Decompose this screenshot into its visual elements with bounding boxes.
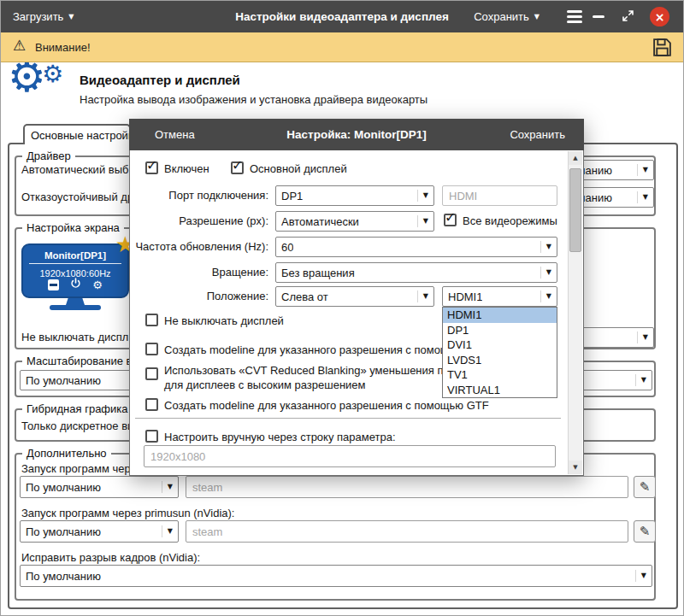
app-header: ⚙ ⚙ Видеоадаптер и дисплей Настройка выв… <box>1 62 683 112</box>
disable-display-icon[interactable] <box>48 279 59 290</box>
selected-value: 60 <box>281 241 293 254</box>
all-modes-checkbox[interactable]: ✓ <box>444 214 457 226</box>
selected-value: Автоматически <box>281 215 359 228</box>
hamburger-icon <box>567 10 582 23</box>
manual-mode-checkbox[interactable]: ✓ <box>145 430 158 443</box>
check-icon: ✓ <box>232 159 243 173</box>
scrollbar-thumb[interactable] <box>569 168 581 252</box>
chevron-down-icon: ▼ <box>637 191 648 203</box>
dropdown-option-hdmi1[interactable]: HDMI1 <box>443 308 557 323</box>
refresh-rate-select[interactable]: 60 ▼ <box>275 237 557 257</box>
position-target-select[interactable]: HDMI1 ▼ <box>442 286 557 307</box>
position-label: Положение: <box>132 290 268 302</box>
dialog-body: ✓ Включен ✓ Основной дисплей Порт подклю… <box>129 150 584 476</box>
modeline-gtf-label[interactable]: Создать modeline для указанного разрешен… <box>164 399 489 412</box>
dialog-scrollbar[interactable]: ▲ ▼ <box>568 151 582 474</box>
scroll-up-icon: ▲ <box>573 155 577 161</box>
all-modes-label[interactable]: Все видеорежимы <box>463 214 557 227</box>
scroll-up-button[interactable]: ▲ <box>569 151 582 165</box>
monitor-settings-dialog: Отмена Настройка: Monitor[DP1] Сохранить… <box>129 119 584 476</box>
chevron-down-icon: ▼ <box>540 241 551 253</box>
page-title: Видеоадаптер и дисплей <box>80 73 240 87</box>
chevron-down-icon: ▼ <box>637 164 648 176</box>
main-menu-button[interactable] <box>567 1 582 32</box>
primusrun-input[interactable] <box>186 520 628 543</box>
edit-run-programs-button[interactable]: ✎ <box>634 476 656 498</box>
refresh-rate-label: Частота обновления (Hz): <box>132 240 268 253</box>
warning-text: Внимание! <box>35 41 91 54</box>
chevron-down-icon: ▼ <box>637 331 648 343</box>
run-programs-select[interactable]: По умолчанию ▼ <box>20 476 179 498</box>
expand-button[interactable] <box>622 1 634 32</box>
fix-tearing-label: Исправить разрыв кадров (nVidia): <box>21 551 200 564</box>
floppy-icon <box>652 37 673 58</box>
keep-display-on-checkbox[interactable]: ✓ <box>145 314 158 326</box>
auto-driver-label: Автоматический выб <box>21 163 128 176</box>
position-target-dropdown-list: HDMI1DP1DVI1LVDS1TV1VIRTUAL1 <box>442 307 557 398</box>
warning-bar: ⚠ Внимание! <box>1 32 683 62</box>
minimize-button[interactable] <box>593 1 604 32</box>
enabled-label[interactable]: Включен <box>164 162 209 175</box>
chevron-down-icon: ▼ <box>635 570 646 582</box>
keep-display-on-label: Не выключать диспл <box>21 331 128 343</box>
port-select[interactable]: DP1 ▼ <box>275 185 434 206</box>
dropdown-option-dp1[interactable]: DP1 <box>443 323 557 338</box>
dropdown-option-tv1[interactable]: TV1 <box>443 367 557 383</box>
cvt-reduced-blanking-label-line1[interactable]: Использовать «CVT Reduced Blanking» умен… <box>164 364 456 377</box>
selected-value: Слева от <box>281 290 328 303</box>
scroll-down-button[interactable]: ▼ <box>569 461 582 474</box>
dialog-save-button[interactable]: Сохранить <box>510 119 565 150</box>
chevron-down-icon: ▼ <box>635 374 646 386</box>
monitor-base <box>50 305 101 310</box>
chevron-down-icon: ▼ <box>540 267 551 279</box>
run-programs-label: Запуск программ чер <box>21 462 131 475</box>
driver-group-legend: Драйвер <box>22 150 75 162</box>
dropdown-option-virtual1[interactable]: VIRTUAL1 <box>443 383 557 398</box>
resolution-select[interactable]: Автоматически ▼ <box>275 211 434 232</box>
dropdown-option-lvds1[interactable]: LVDS1 <box>443 353 557 368</box>
edit-primusrun-button[interactable]: ✎ <box>634 520 656 543</box>
port-alt-input[interactable] <box>442 185 557 206</box>
cvt-reduced-blanking-label-line2[interactable]: для дисплеев с высоким разрешением <box>164 378 366 391</box>
modeline-gtf-checkbox[interactable]: ✓ <box>145 398 158 411</box>
chevron-down-icon: ▼ <box>540 290 551 302</box>
enabled-checkbox[interactable]: ✓ <box>145 161 158 174</box>
close-icon: × <box>655 11 665 23</box>
manual-mode-label[interactable]: Настроить вручную через строку параметра… <box>164 431 396 443</box>
dropdown-option-dvi1[interactable]: DVI1 <box>443 337 557 353</box>
chevron-down-icon: ▼ <box>162 525 173 537</box>
monitor-widget[interactable]: ★ Monitor[DP1] 1920x1080:60Hz ⚙ <box>21 238 129 315</box>
save-file-button[interactable] <box>652 37 673 62</box>
cvt-reduced-blanking-checkbox[interactable]: ✓ <box>145 367 158 380</box>
primary-display-checkbox[interactable]: ✓ <box>231 161 244 174</box>
primusrun-label: Запуск программ через primusun (nVidia): <box>21 507 234 519</box>
close-button[interactable]: × <box>650 7 669 26</box>
power-icon[interactable] <box>70 277 81 292</box>
gear-icon: ⚙ <box>42 62 63 86</box>
position-select[interactable]: Слева от ▼ <box>275 286 434 307</box>
screen-group-legend: Настройка экрана <box>22 221 124 234</box>
titlebar: Загрузить ▼ Настройки видеоадаптера и ди… <box>1 1 683 32</box>
chevron-down-icon: ▼ <box>534 14 540 21</box>
cancel-button[interactable]: Отмена <box>155 119 195 150</box>
hybrid-text: Только дискретное ви <box>21 419 133 432</box>
primusrun-select[interactable]: По умолчанию ▼ <box>20 520 179 543</box>
minimize-icon <box>593 15 604 18</box>
modeline-cvt-checkbox[interactable]: ✓ <box>145 343 158 355</box>
load-menu-button[interactable]: Загрузить ▼ <box>13 1 74 32</box>
manual-mode-input[interactable] <box>144 445 556 467</box>
rotation-select[interactable]: Без вращения ▼ <box>275 262 557 283</box>
tab-basic-settings[interactable]: Основные настройк <box>23 124 131 144</box>
save-menu-button[interactable]: Сохранить ▼ <box>474 1 540 32</box>
modeline-cvt-label[interactable]: Создать modeline для указанного разрешен… <box>164 343 455 356</box>
dialog-title: Настройка: Monitor[DP1] <box>206 119 507 150</box>
monitor-screen: Monitor[DP1] 1920x1080:60Hz ⚙ <box>21 243 129 298</box>
fix-tearing-select[interactable]: По умолчанию ▼ <box>20 565 652 587</box>
run-programs-input[interactable] <box>186 476 628 498</box>
warning-icon: ⚠ <box>13 38 26 53</box>
selected-value: По умолчанию <box>26 525 101 538</box>
keep-display-on-label[interactable]: Не выключать дисплей <box>164 314 284 327</box>
gear-icon[interactable]: ⚙ <box>92 279 103 290</box>
page-subtitle: Настройка вывода изображения и установка… <box>80 93 428 106</box>
primary-display-label[interactable]: Основной дисплей <box>250 162 347 175</box>
